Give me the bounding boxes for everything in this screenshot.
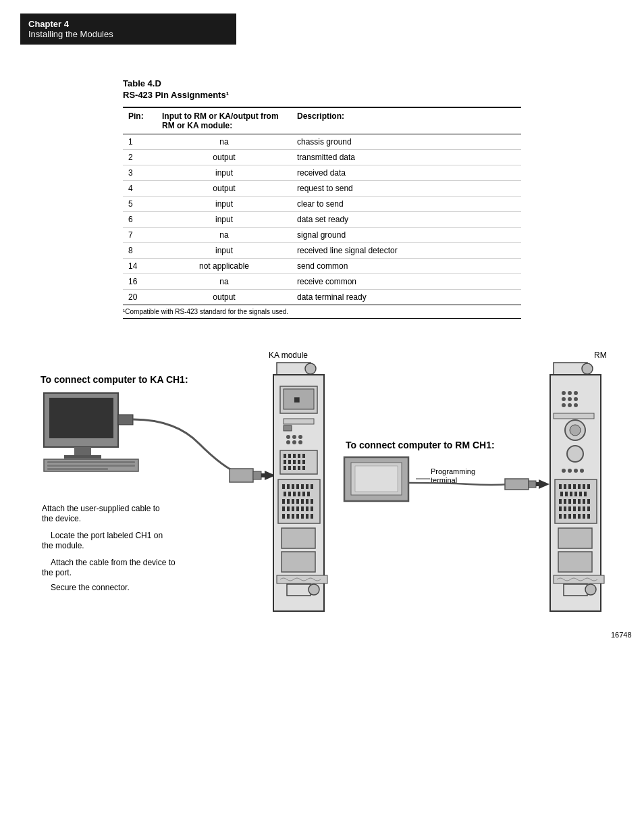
svg-rect-48 (301, 484, 304, 489)
svg-rect-30 (293, 454, 296, 458)
svg-point-111 (574, 469, 578, 473)
svg-rect-149 (558, 552, 592, 572)
svg-rect-49 (306, 484, 308, 489)
svg-point-26 (298, 440, 302, 444)
cell-desc: data set ready (292, 212, 521, 228)
svg-point-14 (305, 363, 316, 374)
svg-rect-79 (281, 552, 315, 572)
cell-io: not applicable (157, 259, 292, 274)
svg-rect-6 (47, 465, 135, 467)
svg-point-102 (574, 391, 578, 395)
cell-pin: 5 (123, 197, 157, 212)
svg-rect-20 (284, 425, 292, 431)
svg-point-97 (568, 391, 572, 395)
svg-rect-128 (564, 499, 566, 504)
svg-rect-62 (306, 499, 308, 504)
svg-rect-148 (558, 528, 592, 548)
cell-pin: 1 (123, 134, 157, 150)
svg-rect-60 (296, 499, 299, 504)
svg-rect-69 (306, 506, 308, 511)
cell-pin: 8 (123, 243, 157, 259)
svg-rect-89 (505, 479, 529, 490)
table-section: Table 4.D RS-423 Pin Assignments¹ Pin: I… (123, 78, 521, 319)
svg-rect-44 (282, 484, 285, 489)
cell-io: na (157, 134, 292, 150)
svg-rect-118 (578, 484, 581, 489)
cell-desc: received data (292, 165, 521, 181)
svg-rect-33 (284, 460, 286, 464)
cell-io: output (157, 290, 292, 305)
table-row: 3inputreceived data (123, 165, 521, 181)
svg-text:the device.: the device. (42, 514, 81, 523)
svg-rect-90 (529, 481, 536, 488)
svg-rect-12 (261, 473, 271, 477)
svg-rect-63 (311, 499, 313, 504)
svg-rect-28 (284, 454, 286, 458)
svg-rect-58 (287, 499, 290, 504)
table-subtitle: RS-423 Pin Assignments¹ (123, 90, 521, 100)
svg-rect-127 (559, 499, 562, 504)
svg-rect-39 (288, 466, 291, 470)
svg-rect-42 (302, 466, 305, 470)
svg-rect-67 (296, 506, 299, 511)
svg-rect-47 (296, 484, 299, 489)
cell-desc: signal ground (292, 228, 521, 243)
svg-text:Attach the user-supplied cable: Attach the user-supplied cable to (42, 504, 160, 513)
svg-rect-61 (301, 499, 304, 504)
cell-io: input (157, 212, 292, 228)
svg-rect-68 (301, 506, 304, 511)
svg-rect-119 (583, 484, 585, 489)
svg-rect-144 (573, 514, 576, 519)
svg-point-23 (298, 435, 302, 439)
svg-rect-72 (287, 514, 290, 519)
cell-pin: 6 (123, 212, 157, 228)
svg-rect-114 (559, 484, 562, 489)
cell-pin: 7 (123, 228, 157, 243)
table-footnote: ¹Compatible with RS-423 standard for the… (123, 308, 521, 319)
svg-point-24 (286, 440, 290, 444)
cell-desc: send common (292, 259, 521, 274)
svg-point-100 (562, 403, 566, 407)
svg-rect-147 (587, 514, 590, 519)
svg-rect-37 (302, 460, 305, 464)
cell-pin: 4 (123, 181, 157, 197)
svg-rect-122 (565, 492, 568, 496)
col-io: Input to RM or KA/output fromRM or KA mo… (157, 107, 292, 134)
rm-label-text: RM (594, 350, 607, 360)
svg-point-25 (292, 440, 296, 444)
svg-point-22 (292, 435, 296, 439)
svg-point-94 (582, 363, 593, 374)
svg-point-103 (574, 397, 578, 401)
svg-rect-138 (578, 506, 581, 511)
svg-rect-2 (74, 447, 91, 455)
svg-rect-1 (49, 398, 113, 438)
svg-rect-92 (536, 482, 545, 486)
svg-text:Attach the cable from the devi: Attach the cable from the device to (51, 558, 176, 567)
svg-rect-121 (560, 492, 563, 496)
svg-rect-19 (284, 419, 314, 424)
svg-rect-134 (559, 506, 562, 511)
svg-rect-115 (564, 484, 566, 489)
cell-io: na (157, 228, 292, 243)
table-row: 5inputclear to send (123, 197, 521, 212)
connect-rm-title-text: To connect computer to RM CH1: (346, 440, 495, 450)
svg-rect-75 (301, 514, 304, 519)
table-row: 7nasignal ground (123, 228, 521, 243)
svg-rect-5 (47, 461, 135, 463)
svg-rect-46 (292, 484, 294, 489)
ka-label-text: KA module (269, 350, 308, 360)
svg-rect-53 (293, 492, 296, 496)
svg-rect-3 (64, 455, 101, 459)
cell-io: input (157, 197, 292, 212)
cell-io: na (157, 274, 292, 290)
svg-rect-10 (253, 471, 261, 479)
svg-rect-125 (579, 492, 582, 496)
svg-rect-74 (296, 514, 299, 519)
svg-rect-32 (302, 454, 305, 458)
table-row: 2outputtransmitted data (123, 150, 521, 165)
svg-point-152 (585, 584, 596, 595)
table-row: 20outputdata terminal ready (123, 290, 521, 305)
table-title: Table 4.D (123, 78, 521, 88)
svg-point-99 (568, 397, 572, 401)
svg-text:Locate the port labeled CH1 on: Locate the port labeled CH1 on (51, 531, 163, 540)
